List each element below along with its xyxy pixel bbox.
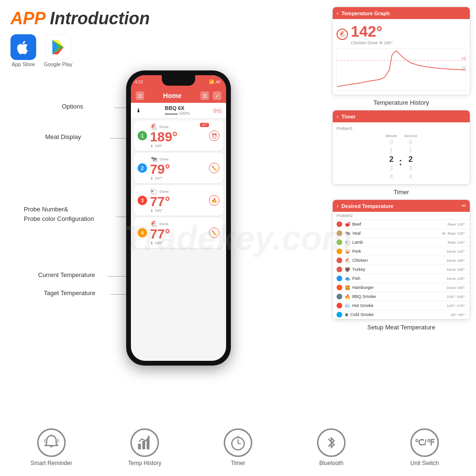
phone-outer: 4:22 📶 40 ☰ Home ☰ ✓ 🌡 BBQ 6X ▬▬▬ 100% xyxy=(126,70,231,366)
pork-temp: Done 145° xyxy=(446,249,465,254)
lamb-arrow: › xyxy=(465,240,466,245)
big-temp-value: 142° xyxy=(351,23,393,40)
probe-alarm-icon-1[interactable]: ⏰ xyxy=(209,130,219,141)
second-0: 0 xyxy=(409,139,412,147)
probe-target-3: 🌡 145° xyxy=(150,208,206,213)
hamburger-name: Hamburger xyxy=(352,285,446,290)
timer-subtitle: Probe#1 xyxy=(337,126,466,131)
minute-2-active: 2 xyxy=(389,155,394,165)
hamburger-icon: 🍔 xyxy=(345,285,350,290)
desired-temp-header: ‹ Desired Temperature ✏ xyxy=(333,200,470,212)
svg-text:115°: 115° xyxy=(462,66,466,69)
lamb-temp: Rare 130° xyxy=(447,240,465,245)
meat-hamburger: 🍔 Hamburger Done 160° › xyxy=(333,283,470,292)
device-wifi-icon: ((•)) xyxy=(213,108,221,113)
probe-number-4: 4 xyxy=(138,228,147,238)
probe-temp-1: 189° xyxy=(150,130,206,144)
second-2-active: 2 xyxy=(408,155,413,165)
probe-card-4: 4 🐔 Done 77° 🌡 165° ✏️ xyxy=(134,218,223,248)
app-store-icon-box xyxy=(10,34,36,60)
probe-info-2: 🐄 Done 79° 🌡 107° xyxy=(150,156,206,180)
probe-alarm-icon-3[interactable]: 🔥 xyxy=(209,195,219,206)
probe-alarm-icon-2[interactable]: ✏️ xyxy=(209,163,219,173)
turkey-color xyxy=(337,267,342,272)
probe-status-2: Done xyxy=(159,157,169,161)
temp-history-label: Temperature History xyxy=(332,99,470,106)
chicken-arrow: › xyxy=(465,258,466,263)
temp-graph-content: 🐔 142° Chicken Done ⑧ 165° 165° 115° xyxy=(333,19,470,95)
google-play-icon xyxy=(49,38,67,56)
unit-switch-icon: ℃/℉ xyxy=(410,428,439,457)
temp-history-icon xyxy=(130,428,159,457)
desired-temp-list: 🥩 Beef Rare 130° › 🐄 Veal M. Rare 130° ›… xyxy=(333,220,470,319)
timer-item: Timer xyxy=(214,428,262,466)
lamb-color xyxy=(337,239,342,245)
fish-icon: 🐟 xyxy=(345,276,350,281)
timer-colon: : xyxy=(399,147,402,168)
svg-rect-8 xyxy=(138,444,141,449)
minute-3: 3 xyxy=(390,165,393,173)
turkey-name: Turkey xyxy=(352,267,446,272)
minute-0: 0 xyxy=(390,139,393,147)
right-screenshots: ‹ Temperature Graph 🐔 142° Chicken Done … xyxy=(332,7,470,331)
temp-history-item: Temp History xyxy=(121,428,169,466)
probe-badge-1: 47° xyxy=(200,123,209,127)
temp-graph-screenshot: ‹ Temperature Graph 🐔 142° Chicken Done … xyxy=(332,7,470,95)
phone-mockup: 4:22 📶 40 ☰ Home ☰ ✓ 🌡 BBQ 6X ▬▬▬ 100% xyxy=(126,70,231,366)
current-temp-label: Current Temperature xyxy=(38,271,95,278)
veal-arrow: › xyxy=(465,231,466,236)
timer-back-arrow[interactable]: ‹ xyxy=(337,113,338,120)
unit-switch-item: ℃/℉ Unit Switch xyxy=(401,428,448,466)
chicken-icon: 🐔 xyxy=(345,258,350,263)
back-arrow-icon[interactable]: ‹ xyxy=(337,10,338,17)
fish-color xyxy=(337,276,342,281)
beef-temp: Rare 130° xyxy=(447,222,465,227)
nav-back-icon[interactable]: ☰ xyxy=(136,91,144,100)
app-store-item[interactable]: App Store xyxy=(10,34,36,67)
timer-minute-wheel: Minute 0 1 2 3 4 xyxy=(386,134,397,180)
status-time: 4:22 xyxy=(135,79,143,84)
target-temp-label: Taget Temperature xyxy=(44,289,95,297)
bbq-smoke-arrow: › xyxy=(465,295,466,299)
desired-temp-edit-icon[interactable]: ✏ xyxy=(462,203,466,209)
nav-settings-icon[interactable]: ☰ xyxy=(200,91,209,100)
pork-arrow: › xyxy=(465,249,466,254)
status-signal: 📶 40 xyxy=(209,79,220,84)
bbq-smoke-temp: 216°~230° xyxy=(447,295,465,299)
timer-label-bottom: Timer xyxy=(231,460,245,466)
probe-number-1: 1 xyxy=(138,131,147,140)
probe-chicken-icon: 🐔 xyxy=(337,29,348,40)
probe-status-4: Done xyxy=(159,222,169,226)
bbq-smoke-color xyxy=(337,294,342,299)
turkey-icon: 🦃 xyxy=(345,267,350,272)
chicken-temp: Done 165° xyxy=(446,258,465,263)
second-items: 0 1 2 3 4 xyxy=(408,139,413,180)
probe-temp-3: 77° xyxy=(150,195,206,208)
probe-info-3: 🐑 Done 77° 🌡 145° xyxy=(150,188,206,213)
turkey-arrow: › xyxy=(465,268,466,272)
apple-icon xyxy=(16,40,31,55)
second-1: 1 xyxy=(409,147,412,155)
timer-second-wheel: Second 0 1 2 3 4 xyxy=(404,134,417,180)
probe-config-label: Probe Number& Probe color Configuration xyxy=(24,205,94,223)
meat-bbq-smoke: 🔥 BBQ Smoke 216°~230° › xyxy=(333,292,470,301)
device-battery: ▬▬▬ 100% xyxy=(165,111,190,116)
probe-alarm-icon-4[interactable]: ✏️ xyxy=(209,228,219,238)
mini-graph: 165° 115° xyxy=(337,48,466,91)
lamb-icon: 🐑 xyxy=(345,240,350,245)
timer-screenshot: ‹ Timer Probe#1 Minute 0 1 2 3 4 : xyxy=(332,110,470,185)
bluetooth-icon xyxy=(317,428,346,457)
google-play-icon-box xyxy=(45,34,71,60)
timer-clock-icon xyxy=(229,434,247,451)
timer-content: Probe#1 Minute 0 1 2 3 4 : Second xyxy=(333,122,470,184)
nav-check-icon[interactable]: ✓ xyxy=(213,91,221,100)
desired-temp-back-arrow[interactable]: ‹ xyxy=(337,202,338,209)
desired-temp-title: Desired Temperature xyxy=(341,203,393,209)
temp-graph-header: ‹ Temperature Graph xyxy=(333,7,470,19)
meat-chicken: 🐔 Chicken Done 165° › xyxy=(333,256,470,265)
fish-name: Fish xyxy=(352,276,446,281)
meat-pork: 🐷 Pork Done 145° › xyxy=(333,247,470,256)
meat-hot-smoke: 💨 Hot Smoke 126°~176° › xyxy=(333,301,470,310)
probe-status-3: Done xyxy=(159,189,169,194)
google-play-item[interactable]: Google Play xyxy=(44,34,72,67)
